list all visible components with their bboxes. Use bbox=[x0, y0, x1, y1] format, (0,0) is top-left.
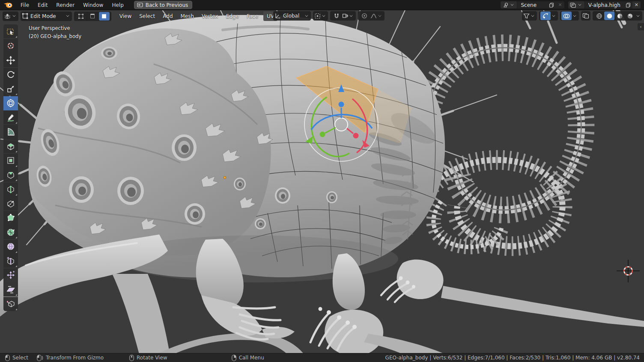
tool-loop-cut-button[interactable] bbox=[3, 182, 18, 196]
rendered-shading-button[interactable] bbox=[625, 12, 635, 20]
viewport-header: Edit Mode View Select Add Mesh Vertex Ed… bbox=[0, 11, 644, 21]
mode-label: Edit Mode bbox=[28, 13, 65, 19]
wireframe-shading-button[interactable] bbox=[594, 12, 604, 20]
tool-move-button[interactable] bbox=[3, 53, 18, 67]
back-to-previous-label: Back to Previous bbox=[146, 2, 188, 8]
menu-vertex[interactable]: Vertex bbox=[198, 12, 222, 21]
tool-measure-button[interactable] bbox=[3, 125, 18, 139]
gizmo-icon bbox=[543, 13, 549, 19]
viewport-menus: View Select Add Mesh Vertex Edge Face UV bbox=[116, 12, 277, 21]
tool-transform-button[interactable] bbox=[3, 96, 18, 110]
snap-toggle-button[interactable] bbox=[331, 12, 342, 20]
transform-orientation-selector[interactable]: Global bbox=[273, 11, 311, 21]
tool-annotate-button[interactable] bbox=[3, 110, 18, 125]
object-origin-dot bbox=[224, 176, 226, 179]
copy-pages-icon bbox=[549, 3, 554, 8]
blender-window: File Edit Render Window Help Back to Pre… bbox=[0, 0, 644, 362]
scene-unlink-button: ✕ bbox=[556, 2, 564, 8]
face-select-button[interactable] bbox=[99, 12, 110, 21]
back-screen-icon bbox=[137, 3, 143, 7]
tool-shrink-fatten-button[interactable] bbox=[3, 268, 18, 282]
menu-file[interactable]: File bbox=[16, 0, 33, 10]
menu-edge[interactable]: Edge bbox=[222, 12, 243, 21]
view-layer-remove-button[interactable]: ✕ bbox=[632, 1, 641, 9]
scene-browse-button[interactable] bbox=[501, 1, 517, 9]
blender-logo-icon[interactable] bbox=[3, 2, 13, 8]
proportional-edit-toggle[interactable] bbox=[359, 12, 370, 20]
editor-type-selector[interactable] bbox=[3, 12, 18, 21]
toolbar bbox=[3, 24, 18, 311]
snap-group bbox=[330, 11, 356, 21]
hint-call-menu: Call Menu bbox=[232, 355, 264, 361]
tool-extrude-region-button[interactable] bbox=[3, 139, 18, 153]
xray-toggle[interactable] bbox=[581, 11, 590, 21]
chevron-down-icon bbox=[531, 15, 534, 17]
topbar: File Edit Render Window Help Back to Pre… bbox=[0, 0, 644, 10]
orientation-axes-icon bbox=[274, 13, 281, 19]
scene-selector[interactable]: Scene ✕ bbox=[500, 1, 564, 9]
tool-spin-button[interactable] bbox=[3, 225, 18, 239]
view-layer-selector[interactable]: V-alpha.high ✕ bbox=[568, 1, 641, 9]
tool-shear-button[interactable] bbox=[3, 282, 18, 297]
status-bar: Select Transform From Gizmo Rotate View … bbox=[0, 353, 644, 362]
rendered-sphere-icon bbox=[627, 13, 633, 19]
show-gizmos-toggle[interactable] bbox=[540, 12, 551, 20]
mouse-left-icon bbox=[5, 355, 10, 361]
tool-edge-slide-button[interactable] bbox=[3, 254, 18, 268]
view-layer-copy-button[interactable] bbox=[624, 1, 632, 9]
view-layer-browse-button[interactable] bbox=[568, 1, 585, 9]
vertex-select-button[interactable] bbox=[76, 12, 86, 21]
menu-view[interactable]: View bbox=[116, 12, 135, 21]
material-preview-button[interactable] bbox=[614, 12, 625, 20]
wireframe-sphere-icon bbox=[596, 13, 602, 19]
tool-select-box-button[interactable] bbox=[3, 24, 18, 39]
snap-target-selector[interactable] bbox=[342, 12, 355, 20]
tool-knife-button[interactable] bbox=[3, 196, 18, 211]
tool-cursor-button[interactable] bbox=[3, 39, 18, 53]
proportional-edit-group bbox=[358, 11, 385, 21]
tool-inset-faces-button[interactable] bbox=[3, 154, 18, 168]
overlays-group bbox=[560, 11, 579, 21]
xray-icon bbox=[582, 13, 589, 19]
tool-rip-region-button[interactable] bbox=[3, 297, 18, 311]
menu-add[interactable]: Add bbox=[159, 12, 176, 21]
visibility-filter-group[interactable] bbox=[522, 11, 537, 21]
chevron-down-icon bbox=[349, 15, 353, 17]
pivot-point-icon bbox=[314, 13, 321, 19]
menu-window[interactable]: Window bbox=[79, 0, 107, 10]
menu-mesh[interactable]: Mesh bbox=[177, 12, 198, 21]
tool-bevel-button[interactable] bbox=[3, 168, 18, 182]
select-mode-group bbox=[74, 12, 111, 21]
shading-mode-group bbox=[593, 11, 642, 21]
proportional-falloff-selector[interactable] bbox=[370, 12, 383, 20]
chevron-down-icon bbox=[378, 15, 382, 17]
solid-shading-button[interactable] bbox=[604, 12, 614, 20]
menu-select[interactable]: Select bbox=[135, 12, 159, 21]
mode-selector[interactable]: Edit Mode bbox=[21, 12, 72, 21]
editor-3d-viewport-icon bbox=[4, 13, 11, 19]
menu-render[interactable]: Render bbox=[52, 0, 79, 10]
show-overlays-toggle[interactable] bbox=[561, 12, 572, 20]
sidebar-toggle-tab[interactable]: ‹ bbox=[638, 23, 644, 30]
hint-label: Call Menu bbox=[239, 355, 264, 361]
snap-increment-icon bbox=[342, 13, 348, 19]
chevron-down-icon bbox=[305, 15, 308, 17]
menu-help[interactable]: Help bbox=[107, 0, 128, 10]
scene-name-field[interactable]: Scene bbox=[517, 2, 547, 8]
view-layer-name-field[interactable]: V-alpha.high bbox=[585, 2, 624, 8]
tool-scale-button[interactable] bbox=[3, 82, 18, 96]
pivot-point-selector[interactable] bbox=[313, 11, 328, 21]
tool-rotate-button[interactable] bbox=[3, 68, 18, 82]
menu-edit[interactable]: Edit bbox=[33, 0, 52, 10]
edge-select-button[interactable] bbox=[87, 12, 98, 21]
chevron-down-icon bbox=[322, 15, 325, 17]
menu-face[interactable]: Face bbox=[243, 12, 262, 21]
viewport-canvas[interactable] bbox=[0, 0, 644, 362]
view-perspective-label: User Perspective bbox=[29, 24, 81, 33]
tool-smooth-button[interactable] bbox=[3, 240, 18, 254]
tool-poly-build-button[interactable] bbox=[3, 211, 18, 225]
chevron-down-icon bbox=[578, 4, 581, 6]
scene-new-copy-button[interactable] bbox=[547, 1, 556, 9]
orientation-label: Global bbox=[281, 13, 304, 19]
back-to-previous-button[interactable]: Back to Previous bbox=[134, 1, 193, 9]
